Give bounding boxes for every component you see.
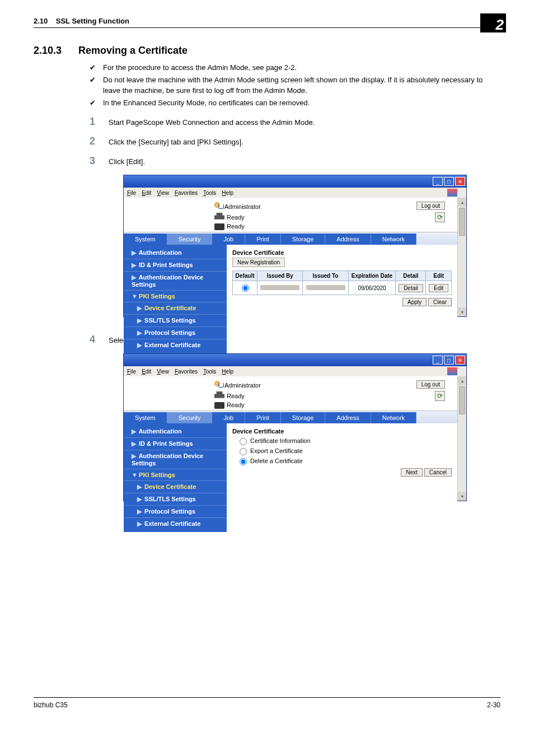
scroll-up-icon[interactable]: ▴ — [458, 376, 466, 385]
sidebar-item[interactable]: ▶ ID & Print Settings — [124, 437, 227, 450]
menu-view[interactable]: View — [157, 368, 169, 375]
tab-storage[interactable]: Storage — [281, 412, 326, 423]
clear-button[interactable]: Clear — [428, 298, 452, 306]
maximize-icon[interactable]: □ — [444, 356, 454, 365]
menu-tools[interactable]: Tools — [203, 190, 216, 196]
admin-icon — [214, 380, 223, 388]
detail-button[interactable]: Detail — [399, 284, 423, 292]
scroll-up-icon[interactable]: ▴ — [458, 198, 466, 207]
menu-file[interactable]: File — [127, 190, 136, 196]
apply-button[interactable]: Apply — [402, 298, 427, 306]
tab-network[interactable]: Network — [371, 234, 416, 245]
ie-flag-icon — [447, 189, 457, 197]
sidebar-item[interactable]: ▶ External Certificate — [124, 339, 227, 351]
sidebar-item[interactable]: ▶ Authentication Device Settings — [124, 450, 227, 469]
sidebar-item[interactable]: ▼ PKI Settings — [124, 290, 227, 302]
ie-flag-icon — [447, 367, 457, 375]
next-button[interactable]: Next — [401, 468, 423, 477]
tab-system[interactable]: System — [124, 412, 167, 423]
sidebar-item[interactable]: ▶ ID & Print Settings — [124, 259, 227, 271]
titlebar: _ □ × — [124, 354, 466, 366]
tab-security[interactable]: Security — [167, 234, 213, 245]
menubar: File Edit View Favorites Tools Help — [124, 188, 466, 198]
tabs: System Security Job Print Storage Addres… — [124, 411, 457, 423]
menu-help[interactable]: Help — [222, 368, 233, 375]
admin-icon — [214, 201, 223, 209]
scroll-down-icon[interactable]: ▾ — [458, 307, 466, 316]
sidebar-item[interactable]: ▶ SSL/TLS Settings — [124, 314, 227, 326]
col-detail: Detail — [396, 271, 426, 281]
menu-favorites[interactable]: Favorites — [175, 190, 198, 196]
sidebar: ▶ Authentication▶ ID & Print Settings▶ A… — [124, 423, 227, 532]
admin-label: Administrator — [224, 203, 261, 210]
tab-security[interactable]: Security — [167, 412, 213, 423]
menu-tools[interactable]: Tools — [203, 368, 216, 375]
refresh-icon[interactable]: ⟳ — [435, 212, 445, 222]
scrollbar[interactable]: ▴ ▾ — [457, 376, 466, 501]
bullet-item: ✔Do not leave the machine with the Admin… — [90, 74, 500, 96]
step-item: 1Start PageScope Web Connection and acce… — [90, 116, 500, 128]
default-radio[interactable] — [242, 284, 249, 292]
tab-job[interactable]: Job — [212, 412, 245, 423]
toner-icon — [214, 402, 224, 409]
printer-status: Ready — [227, 393, 245, 399]
tab-storage[interactable]: Storage — [281, 234, 326, 245]
cancel-button[interactable]: Cancel — [424, 468, 452, 477]
logout-button[interactable]: Log out — [416, 380, 445, 389]
printer-icon — [214, 213, 224, 220]
radio-option[interactable]: Delete a Certificate — [237, 456, 452, 465]
tab-address[interactable]: Address — [325, 234, 371, 245]
minimize-icon[interactable]: _ — [433, 356, 443, 365]
logout-button[interactable]: Log out — [416, 202, 445, 210]
sidebar-item[interactable]: ▶ Authentication — [124, 247, 227, 259]
radio-option[interactable]: Export a Certificate — [237, 446, 452, 455]
menu-edit[interactable]: Edit — [142, 190, 151, 196]
sidebar-item[interactable]: ▶ External Certificate — [124, 517, 227, 530]
new-registration-button[interactable]: New Registration — [232, 258, 285, 267]
sidebar-item[interactable]: ▶ SSL/TLS Settings — [124, 493, 227, 505]
header-section-no: 2.10 — [34, 17, 48, 25]
tab-print[interactable]: Print — [245, 234, 281, 245]
menu-favorites[interactable]: Favorites — [175, 368, 198, 375]
menu-view[interactable]: View — [157, 190, 169, 196]
section-heading: 2.10.3Removing a Certificate — [34, 45, 500, 57]
menu-edit[interactable]: Edit — [142, 368, 151, 375]
certificate-table: Default Issued By Issued To Expiration D… — [232, 270, 452, 295]
radio-option[interactable]: Certificate Information — [237, 436, 452, 445]
tab-address[interactable]: Address — [325, 412, 371, 423]
chapter-flag: 2 — [480, 13, 506, 32]
refresh-icon[interactable]: ⟳ — [435, 391, 445, 401]
col-edit: Edit — [426, 271, 452, 281]
edit-button[interactable]: Edit — [429, 284, 448, 292]
maximize-icon[interactable]: □ — [444, 177, 454, 186]
tab-job[interactable]: Job — [212, 234, 245, 245]
sidebar-item[interactable]: ▶ Device Certificate — [124, 480, 227, 493]
col-expiration: Expiration Date — [348, 271, 396, 281]
menu-file[interactable]: File — [127, 368, 136, 375]
sidebar-item[interactable]: ▶ Protocol Settings — [124, 326, 227, 339]
table-row: 09/06/2020 Detail Edit — [233, 281, 452, 295]
sidebar-item[interactable]: ▶ Authentication Device Settings — [124, 271, 227, 290]
page-footer: bizhub C35 2-30 — [34, 697, 500, 709]
sidebar-item[interactable]: ▶ Authentication — [124, 426, 227, 437]
scroll-thumb[interactable] — [459, 208, 465, 236]
menu-help[interactable]: Help — [222, 190, 233, 196]
scroll-thumb[interactable] — [459, 386, 465, 414]
tabs: System Security Job Print Storage Addres… — [124, 232, 457, 245]
sidebar-item[interactable]: ▶ Device Certificate — [124, 302, 227, 314]
close-icon[interactable]: × — [455, 177, 465, 186]
scrollbar[interactable]: ▴ ▾ — [457, 198, 466, 316]
expiration-value: 09/06/2020 — [348, 281, 396, 295]
sidebar-item[interactable]: ▶ Protocol Settings — [124, 505, 227, 517]
tab-print[interactable]: Print — [245, 412, 281, 423]
panel-title: Device Certificate — [232, 249, 452, 256]
tab-network[interactable]: Network — [371, 412, 416, 423]
minimize-icon[interactable]: _ — [433, 177, 443, 186]
header-section-title: SSL Setting Function — [56, 17, 129, 25]
issued-by-value — [260, 285, 299, 290]
tab-system[interactable]: System — [124, 234, 167, 245]
sidebar: ▶ Authentication▶ ID & Print Settings▶ A… — [124, 245, 227, 353]
sidebar-item[interactable]: ▼ PKI Settings — [124, 469, 227, 480]
scroll-down-icon[interactable]: ▾ — [458, 492, 466, 501]
close-icon[interactable]: × — [455, 356, 465, 365]
